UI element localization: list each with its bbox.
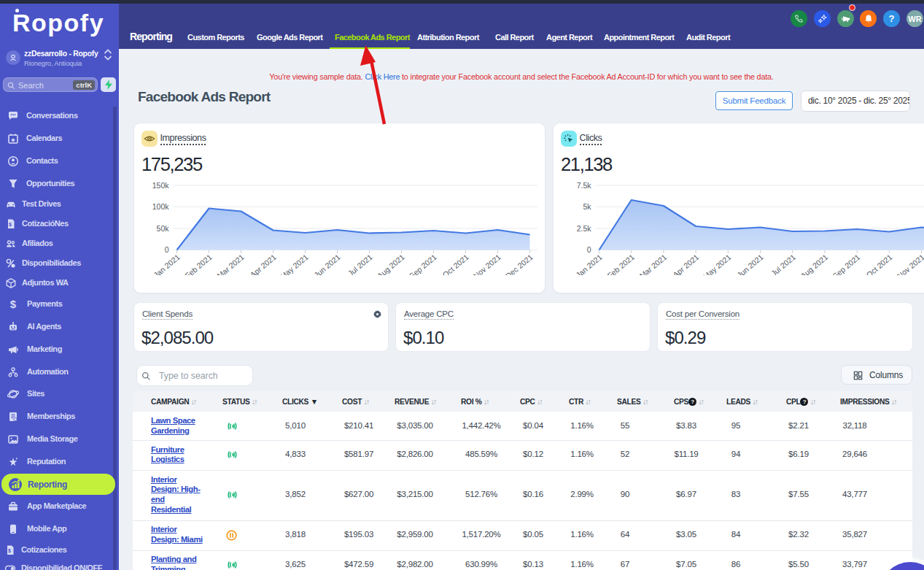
svg-text:May 2021: May 2021 — [279, 253, 310, 275]
svg-text:$: $ — [10, 299, 17, 310]
svg-text:Oct 2021: Oct 2021 — [440, 253, 470, 275]
svg-text:Jul 2021: Jul 2021 — [769, 253, 797, 275]
svg-text:Nov 2021: Nov 2021 — [896, 253, 924, 275]
svg-text:Apr 2021: Apr 2021 — [671, 253, 700, 275]
svg-text:Mar 2021: Mar 2021 — [637, 253, 668, 275]
svg-text:Sep 2021: Sep 2021 — [831, 253, 861, 275]
svg-text:May 2021: May 2021 — [702, 253, 733, 275]
svg-text:Jan 2021: Jan 2021 — [152, 253, 182, 275]
svg-text:0: 0 — [165, 245, 169, 254]
svg-text:Aug 2021: Aug 2021 — [376, 253, 406, 275]
svg-text:5k: 5k — [583, 202, 591, 211]
svg-text:Jun 2021: Jun 2021 — [735, 253, 765, 275]
svg-text:Dec 2021: Dec 2021 — [504, 253, 535, 275]
svg-text:150k: 150k — [152, 181, 170, 190]
svg-text:Aug 2021: Aug 2021 — [799, 253, 829, 275]
svg-text:Jul 2021: Jul 2021 — [346, 253, 374, 275]
svg-text:Oct 2021: Oct 2021 — [864, 253, 893, 275]
svg-text:100k: 100k — [152, 202, 170, 211]
svg-text:7.5k: 7.5k — [577, 181, 592, 190]
svg-text:Mar 2021: Mar 2021 — [215, 253, 246, 275]
svg-text:Apr 2021: Apr 2021 — [248, 253, 277, 275]
svg-text:Feb 2021: Feb 2021 — [605, 253, 636, 275]
svg-text:Sep 2021: Sep 2021 — [408, 253, 438, 275]
svg-text:2.5k: 2.5k — [577, 224, 592, 233]
svg-text:Jan 2021: Jan 2021 — [574, 253, 604, 275]
svg-text:Feb 2021: Feb 2021 — [183, 253, 214, 275]
svg-text:Jun 2021: Jun 2021 — [312, 253, 342, 275]
svg-text:Nov 2021: Nov 2021 — [472, 253, 502, 275]
svg-text:0: 0 — [587, 245, 591, 254]
svg-text:$: $ — [9, 222, 12, 228]
svg-text:$: $ — [8, 548, 11, 554]
svg-text:50k: 50k — [157, 224, 170, 233]
